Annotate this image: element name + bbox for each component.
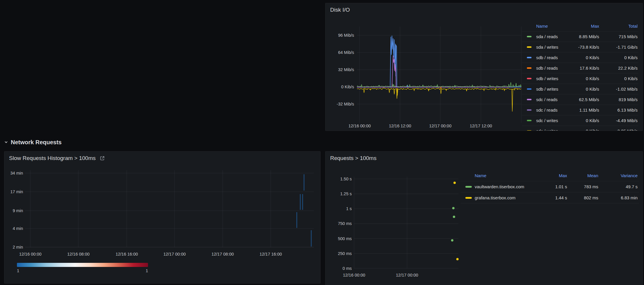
svg-text:34 min: 34 min [10,171,23,175]
svg-text:9 min: 9 min [13,208,23,213]
svg-text:96 Mib/s: 96 Mib/s [338,33,354,38]
series-color-swatch [465,186,472,188]
heatmap-cell [302,194,303,210]
scatter-point [453,182,456,184]
legend-row[interactable]: sdc / reads1.11 Mib/s6.13 Mib/s [522,105,638,115]
svg-text:250 ms: 250 ms [338,251,352,256]
svg-text:12/16 12:00: 12/16 12:00 [389,124,411,128]
heatmap-cell [304,174,305,191]
heatmap-cell [296,212,297,228]
panel-title-disk-io[interactable]: Disk I/O [330,7,350,13]
svg-text:12/17 16:00: 12/17 16:00 [260,252,282,256]
series-color-swatch [527,46,532,48]
heatmap-cell [300,194,301,210]
series-color-swatch [527,78,532,79]
scatter-point [453,216,455,218]
row-header-network-requests[interactable]: Network Requests [4,138,62,147]
svg-text:12/16 16:00: 12/16 16:00 [116,252,138,256]
svg-text:12/17 00:00: 12/17 00:00 [396,273,418,277]
svg-text:12/17 12:00: 12/17 12:00 [470,124,492,128]
legend-row[interactable]: sdc / reads62.5 Mib/s819 Mib/s [522,94,638,105]
svg-text:64 Mib/s: 64 Mib/s [338,50,354,55]
series-color-swatch [527,130,532,131]
legend-row[interactable]: sdc / writes0 Kib/s-2.05 Mib/s [522,126,638,131]
legend-row[interactable]: sdb / reads0 Kib/s0 Kib/s [522,52,638,63]
legend-row[interactable]: sdb / writes0 Kib/s-1.02 Mib/s [522,84,638,94]
scatter-point [451,239,453,242]
scatter-point [452,207,455,209]
scale-max-label: 1 [146,268,148,273]
svg-text:12/17 00:00: 12/17 00:00 [163,252,186,256]
scale-min-label: 1 [17,268,19,273]
svg-text:12/16 00:00: 12/16 00:00 [343,273,365,277]
heatmap-color-scale [17,263,148,267]
legend-row[interactable]: sdb / reads17.6 Kib/s22.2 Kib/s [522,63,638,73]
svg-text:2 min: 2 min [13,245,23,249]
svg-text:12/17 00:00: 12/17 00:00 [429,124,452,128]
requests-legend: NameMaxMeanVariancevaultwarden.tiserbox.… [461,170,639,203]
svg-text:12/17 08:00: 12/17 08:00 [212,252,234,256]
svg-text:12/16 08:00: 12/16 08:00 [67,252,90,256]
panel-slow-requests-histogram: Slow Requests Histogram > 100ms 34 min17… [4,151,321,284]
svg-text:32 Mib/s: 32 Mib/s [338,67,354,72]
legend-header: NameMaxTotal [522,21,638,31]
panel-title-requests[interactable]: Requests > 100ms [330,155,376,161]
series-color-swatch [527,57,532,58]
external-link-icon[interactable] [100,156,105,161]
series-color-swatch [527,88,532,90]
series-color-swatch [527,120,532,121]
legend-row[interactable]: vaultwarden.tiserbox.com1.01 s783 ms49.7… [461,181,639,192]
legend-row[interactable]: sdb / writes0 Kib/s0 Kib/s [522,73,638,84]
legend-row[interactable]: sda / reads8.85 Mib/s715 Mib/s [522,31,638,42]
svg-text:12/16 00:00: 12/16 00:00 [349,124,371,128]
disk-io-legend: NameMaxTotalsda / reads8.85 Mib/s715 Mib… [522,21,638,131]
heatmap-cell [311,230,312,247]
panel-title-text: Disk I/O [330,7,350,13]
svg-text:0 ms: 0 ms [343,266,352,271]
series-color-swatch [527,36,532,37]
panel-requests-over-100ms: Requests > 100ms 1.50 s1.25 s1 s750 ms50… [325,151,643,285]
legend-header: NameMaxMeanVariance [461,170,639,181]
panel-disk-io: Disk I/O 96 Mib/s64 Mib/s32 Mib/s0 Kib/s… [325,3,643,131]
legend-row[interactable]: sda / writes-73.8 Kib/s-1.71 Gib/s [522,42,638,52]
panel-title-text: Requests > 100ms [330,155,376,161]
svg-text:-32 Mib/s: -32 Mib/s [337,102,354,106]
svg-text:17 min: 17 min [10,189,23,194]
svg-text:750 ms: 750 ms [338,221,352,226]
legend-row[interactable]: sdc / writes0 Kib/s-4.49 Mib/s [522,115,638,126]
svg-text:12/16 00:00: 12/16 00:00 [19,252,42,256]
svg-text:0 Kib/s: 0 Kib/s [341,85,354,89]
svg-text:1.50 s: 1.50 s [340,177,352,181]
series-color-swatch [527,67,532,69]
series-color-swatch [527,99,532,100]
panel-title-text: Slow Requests Histogram > 100ms [9,155,96,161]
svg-text:4 min: 4 min [13,226,23,231]
scatter-point [456,258,459,260]
series-color-swatch [527,109,532,111]
row-header-label: Network Requests [11,139,62,146]
svg-text:500 ms: 500 ms [338,236,352,241]
legend-row[interactable]: grafana.tiserbox.com1.44 s802 ms6.83 min [461,192,639,203]
panel-title-slow-requests[interactable]: Slow Requests Histogram > 100ms [9,155,105,161]
heatmap-scale-labels: 1 1 [17,268,148,273]
svg-text:1.25 s: 1.25 s [340,191,352,196]
svg-text:1 s: 1 s [346,206,352,211]
chevron-down-icon [4,140,8,144]
series-color-swatch [465,197,472,199]
